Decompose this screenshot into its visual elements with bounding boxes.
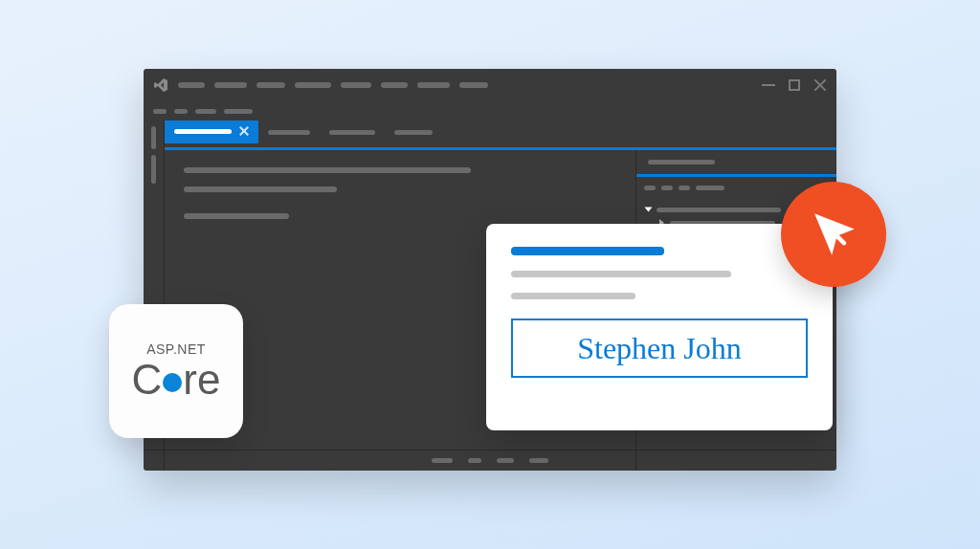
card-title-placeholder bbox=[511, 247, 664, 255]
ide-status-bar bbox=[144, 450, 836, 471]
core-logo: C re bbox=[132, 359, 221, 401]
ide-titlebar bbox=[144, 69, 836, 101]
toolbar-button[interactable] bbox=[661, 186, 673, 190]
menu-item[interactable] bbox=[417, 82, 450, 88]
code-line bbox=[184, 187, 337, 192]
menu-item[interactable] bbox=[178, 82, 205, 88]
status-item bbox=[432, 458, 453, 463]
status-item bbox=[529, 458, 548, 463]
cursor-send-icon bbox=[806, 207, 861, 262]
menu-item[interactable] bbox=[256, 82, 285, 88]
core-dot-icon bbox=[163, 373, 182, 392]
visual-studio-icon bbox=[153, 77, 168, 93]
status-item bbox=[468, 458, 481, 463]
aspnet-core-badge: ASP.NET C re bbox=[109, 304, 243, 438]
menu-item[interactable] bbox=[459, 82, 488, 88]
ide-toolbar bbox=[144, 101, 836, 121]
badge-title: ASP.NET bbox=[146, 341, 206, 357]
signature-card: Stephen John bbox=[486, 224, 833, 430]
window-controls bbox=[762, 78, 827, 92]
toolbar-button[interactable] bbox=[195, 109, 216, 114]
toolbar-button[interactable] bbox=[696, 186, 724, 190]
editor-tab-active[interactable] bbox=[165, 121, 258, 143]
expand-icon[interactable] bbox=[645, 208, 653, 212]
toolbar-button[interactable] bbox=[679, 186, 690, 190]
menu-item[interactable] bbox=[295, 82, 331, 88]
editor-tab[interactable] bbox=[320, 121, 385, 143]
left-rail-item[interactable] bbox=[151, 155, 156, 184]
signature-text: Stephen John bbox=[577, 331, 742, 366]
card-text-placeholder bbox=[511, 271, 731, 277]
send-badge bbox=[781, 182, 886, 287]
tab-close-icon[interactable] bbox=[239, 126, 249, 136]
maximize-button[interactable] bbox=[789, 79, 800, 91]
code-line bbox=[184, 167, 471, 173]
menu-item[interactable] bbox=[341, 82, 371, 88]
left-rail-item[interactable] bbox=[151, 126, 156, 149]
editor-tab[interactable] bbox=[385, 121, 442, 143]
close-button[interactable] bbox=[813, 78, 827, 92]
minimize-button[interactable] bbox=[762, 84, 775, 86]
card-text-placeholder bbox=[511, 293, 635, 299]
toolbar-button[interactable] bbox=[224, 109, 253, 114]
toolbar-button[interactable] bbox=[174, 109, 188, 114]
ide-menu-bar bbox=[178, 82, 488, 88]
core-letter-c: C bbox=[132, 359, 163, 401]
toolbar-button[interactable] bbox=[153, 109, 167, 114]
core-letters-re: re bbox=[183, 359, 220, 401]
menu-item[interactable] bbox=[381, 82, 408, 88]
editor-tabs bbox=[165, 121, 836, 147]
editor-tab[interactable] bbox=[258, 121, 320, 143]
toolbar-button[interactable] bbox=[644, 186, 656, 190]
code-line bbox=[184, 213, 289, 219]
status-item bbox=[497, 458, 514, 463]
signature-field[interactable]: Stephen John bbox=[511, 318, 808, 378]
panel-tab[interactable] bbox=[636, 151, 726, 174]
menu-item[interactable] bbox=[214, 82, 247, 88]
